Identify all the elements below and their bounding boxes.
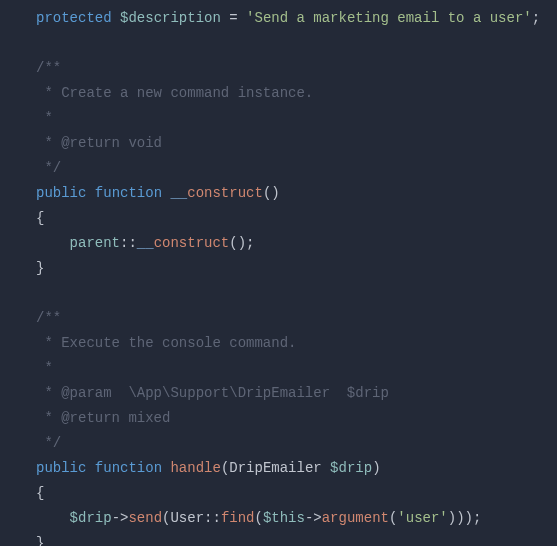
docblock-line: * @return void <box>36 135 162 151</box>
docblock-line: * Execute the console command. <box>36 335 296 351</box>
docblock-line: * @param \App\Support\DripEmailer $drip <box>36 385 389 401</box>
method-handle: handle <box>170 460 220 476</box>
keyword-protected: protected <box>36 10 112 26</box>
keyword-public: public <box>36 460 86 476</box>
docblock-close: */ <box>36 160 61 176</box>
docblock-line: * <box>36 360 53 376</box>
class-user: User <box>170 510 204 526</box>
keyword-function: function <box>95 185 162 201</box>
param-drip: $drip <box>330 460 372 476</box>
var-drip: $drip <box>70 510 112 526</box>
type-dripemailer: DripEmailer <box>229 460 321 476</box>
code-block: protected $description = 'Send a marketi… <box>0 6 557 546</box>
docblock-line: * Create a new command instance. <box>36 85 313 101</box>
string-literal: 'Send a marketing email to a user' <box>246 10 532 26</box>
method-send: send <box>128 510 162 526</box>
docblock-close: */ <box>36 435 61 451</box>
docblock-line: * @return mixed <box>36 410 170 426</box>
method-find: find <box>221 510 255 526</box>
var-this: $this <box>263 510 305 526</box>
var-description: $description <box>120 10 221 26</box>
docblock-line: * <box>36 110 53 126</box>
keyword-function: function <box>95 460 162 476</box>
docblock-open: /** <box>36 310 61 326</box>
method-argument: argument <box>322 510 389 526</box>
parent-ref: parent <box>70 235 120 251</box>
method-construct: construct <box>187 185 263 201</box>
string-user: 'user' <box>397 510 447 526</box>
docblock-open: /** <box>36 60 61 76</box>
keyword-public: public <box>36 185 86 201</box>
